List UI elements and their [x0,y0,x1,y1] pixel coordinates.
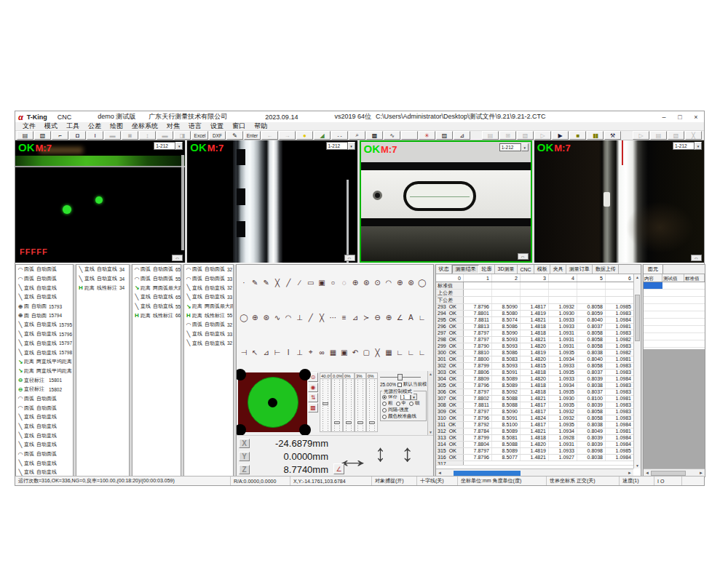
feature-item[interactable]: ◠圆弧自动圆弧 [16,274,73,284]
slider-thumb[interactable] [346,421,352,424]
toolbar-button[interactable]: ∿ [384,131,400,140]
toolbar-button[interactable]: ● [296,131,313,140]
toolbar-button[interactable]: → [279,131,296,140]
toolbar-button[interactable]: DXF [209,131,226,140]
measure-tool-icon[interactable]: ╱ [306,312,316,322]
table-row[interactable]: 316OK7.87968.50771.48211.09270.80381.098… [436,455,641,461]
resize-handle-icon[interactable]: ⇔ [691,255,702,261]
scroll-down-icon[interactable]: ▼ [429,430,432,434]
results-tab[interactable]: 3D测量 [495,265,518,274]
table-row[interactable]: 310OK7.87968.50911.48241.09320.80581.098… [436,415,641,422]
scroll-thumb[interactable] [651,471,686,476]
toolbar-button[interactable]: ■ [569,131,586,140]
feature-item[interactable]: ╲直线自动直线 [16,412,73,422]
measure-tool-icon[interactable]: ⊕ [350,277,360,287]
menu-item[interactable]: 帮助 [250,121,272,131]
chevron-down-icon[interactable]: ▾ [695,142,702,150]
dimension-tool-icon[interactable]: ∞ [317,347,327,357]
element-table-body[interactable] [644,282,705,469]
measure-tool-icon[interactable]: ∟ [417,312,427,322]
light-channel-slider[interactable]: 3% [355,372,366,432]
menu-item[interactable]: 文件 [18,121,40,131]
master-light-slider[interactable] [380,373,425,380]
chevron-down-icon[interactable]: ▾ [521,143,529,151]
feature-item[interactable]: ╲直线自动直线32 [184,283,233,292]
toolbar-button[interactable]: ⌐ [52,131,68,140]
toolbar-button[interactable]: ✳ [419,131,435,140]
menu-item[interactable]: 公差 [84,121,106,131]
measure-tool-icon[interactable]: ✎ [261,277,272,287]
camera-view-1[interactable]: OKM:7 1-212▾ FFFFF ⇔ [15,140,185,263]
table-row[interactable]: 305OK7.87968.50891.48181.09340.80381.098… [436,383,641,389]
jog-z-arrow-icon[interactable]: ↕ [401,442,414,466]
table-row[interactable]: 302OK7.87998.50931.48151.09330.80581.098… [436,363,641,370]
results-tab[interactable]: 测量结果 [452,265,479,274]
light-channel-slider[interactable]: 0.0% [331,372,343,432]
toolbar-button[interactable]: ▩ [366,131,383,140]
level-option[interactable]: 粗 [382,400,393,407]
selected-cell[interactable] [644,282,662,289]
option-radio[interactable] [382,415,387,419]
results-tab[interactable]: 状态 [436,265,452,274]
measure-tool-icon[interactable]: ▣ [317,277,327,287]
feature-item[interactable]: ↘距离两直线平均距离 [16,357,73,367]
results-tab[interactable]: 轮廓 [479,265,495,274]
measure-tool-icon[interactable]: ⊕ [250,312,260,322]
toolbar-button[interactable]: ◘ [69,131,86,140]
toolbar-button[interactable]: ▬ [104,131,121,140]
level-option[interactable]: 细 [409,400,420,407]
menu-item[interactable]: 对焦 [162,121,184,131]
zoom-combo[interactable]: 1-212▾ [154,142,183,150]
feature-item[interactable]: ⊕圆自动圆15793 [16,302,73,311]
default-mode-checkbox[interactable] [397,383,402,387]
toolbar-button[interactable]: ▬ [157,131,173,140]
scroll-right-icon[interactable]: ► [699,471,703,475]
toolbar-button[interactable]: ╳ [685,131,702,140]
scroll-thumb[interactable] [454,471,521,476]
toolbar-button[interactable]: ⊞ [499,131,516,140]
resize-handle-icon[interactable]: ⇔ [344,255,355,261]
chevron-down-icon[interactable]: ▾ [348,142,355,150]
measure-tool-icon[interactable]: ○ [328,277,338,287]
scroll-up-icon[interactable]: ▲ [634,275,641,279]
menu-item[interactable]: 设置 [206,121,228,131]
feature-item[interactable]: H距离线性标注55 [184,311,233,320]
toolbar-button[interactable] [471,131,481,140]
table-row[interactable]: 298OK7.87978.50931.48211.09310.80581.098… [436,337,641,343]
light-channel-slider[interactable]: 0% [343,372,355,432]
feature-item[interactable]: ◠圆弧自动圆弧 [16,450,73,459]
measure-tool-icon[interactable]: ╱ [283,277,293,287]
table-row[interactable]: 315OK7.87978.50891.48191.09330.80981.098… [436,448,641,455]
dimension-tool-icon[interactable]: ∟ [417,347,427,357]
slider-thumb[interactable] [323,402,328,405]
table-row[interactable]: 295OK7.88118.50741.48211.09330.80401.098… [436,317,641,324]
toolbar-button[interactable]: ▷ [633,131,649,140]
table-vertical-scrollbar[interactable]: ▲▼ [633,274,641,469]
scroll-left-icon[interactable]: ◄ [645,471,649,475]
toolbar-button[interactable]: ▧ [34,131,51,140]
toolbar-button[interactable]: ▷ [534,131,551,140]
toolbar-button[interactable]: ◢ [314,131,331,140]
toolbar-button[interactable]: ▶ [552,131,569,140]
toolbar-button[interactable]: ⚒ [604,131,621,140]
feature-item[interactable]: ╲直线自动直线65 [132,292,181,302]
toolbar-button[interactable] [622,131,632,140]
table-row[interactable]: 312OK7.87848.50891.48211.09340.80491.098… [436,428,641,435]
dimension-tool-icon[interactable]: ⌖ [306,347,316,357]
slider-thumb[interactable] [334,421,340,424]
zoom-combo[interactable]: 1-212▾ [499,143,529,151]
measure-tool-icon[interactable]: ⊙ [373,277,383,287]
feature-item[interactable]: ◠圆弧自动圆弧33 [184,274,233,284]
feature-item[interactable]: ╲直线自动直线 [16,458,73,468]
zoom-combo[interactable]: 1-212▾ [673,142,702,150]
measure-tool-icon[interactable]: ⊛ [405,277,416,287]
feature-item[interactable]: ⊕圆自动圆15794 [16,311,73,320]
toolbar-button[interactable]: ← [261,131,278,140]
toolbar-button[interactable]: ◨ [174,131,191,140]
measure-tool-icon[interactable]: ◠ [384,277,394,287]
toolbar-button[interactable]: ▨ [436,131,453,140]
feature-item[interactable]: ◠圆弧自动圆弧 [16,265,73,274]
dimension-tool-icon[interactable]: ⊢ [272,347,282,357]
table-row[interactable]: 308OK7.88118.50881.48171.09350.80391.098… [436,402,641,409]
measure-tool-icon[interactable]: ⊕ [384,312,394,322]
